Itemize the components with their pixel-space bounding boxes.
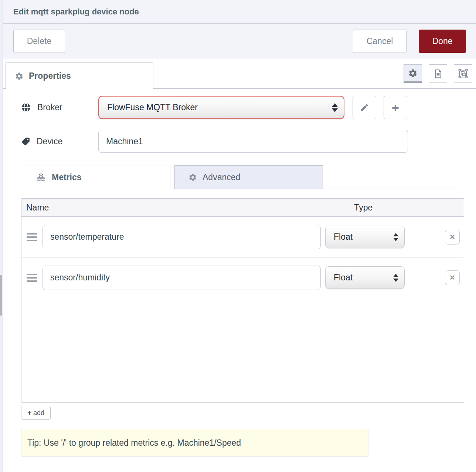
cancel-button[interactable]: Cancel [353,30,407,53]
drag-handle-icon[interactable] [27,233,37,241]
gear-icon [15,72,24,81]
select-arrows-icon [388,233,398,241]
edit-broker-button[interactable] [353,96,376,119]
edit-node-dialog: Edit mqtt sparkplug device node Delete C… [3,0,476,472]
tab-metrics-label: Metrics [52,172,82,182]
device-input[interactable] [98,130,408,153]
done-button[interactable]: Done [419,30,466,53]
gear-icon [188,173,197,182]
pencil-icon [360,103,369,112]
properties-tab-button[interactable] [404,64,422,83]
cubes-icon [36,173,46,182]
metrics-table: Name Type Float ✕ Float ✕ [21,198,464,403]
globe-icon [21,102,31,112]
metric-name-input[interactable] [42,266,321,290]
tab-properties[interactable]: Properties [6,63,153,89]
broker-label: Broker [21,102,98,112]
appearance-tab-button[interactable] [454,64,472,83]
workspace-edge [0,0,3,472]
close-icon: ✕ [449,273,455,282]
metric-type-select[interactable]: Float [325,226,405,248]
broker-select[interactable]: FlowFuse MQTT Broker [98,96,344,119]
dialog-title: Edit mqtt sparkplug device node [13,7,139,17]
broker-label-text: Broker [37,102,62,112]
tab-advanced[interactable]: Advanced [174,165,323,189]
scrollbar-thumb[interactable] [0,275,2,316]
select-arrows-icon [388,274,398,282]
device-row: Device [21,130,461,153]
tab-advanced-label: Advanced [203,172,240,182]
broker-row: Broker FlowFuse MQTT Broker + [21,96,461,119]
dialog-buttonbar: Delete Cancel Done [3,24,476,59]
remove-metric-button[interactable]: ✕ [445,230,460,245]
metric-row: Float ✕ [21,217,464,257]
editor-tab-row: Properties [3,59,476,89]
dialog-titlebar: Edit mqtt sparkplug device node [3,0,476,24]
metrics-rows: Float ✕ Float ✕ [21,217,464,298]
description-tab-button[interactable] [429,64,447,83]
metrics-table-header: Name Type [21,199,464,217]
metric-type-select[interactable]: Float [325,266,405,289]
select-arrows-icon [327,103,338,112]
tag-icon [21,137,30,146]
tab-metrics[interactable]: Metrics [22,165,170,189]
column-header-name: Name [21,203,49,213]
tip-box: Tip: Use '/' to group related metrics e.… [21,429,368,457]
device-label-text: Device [37,136,62,146]
remove-metric-button[interactable]: ✕ [445,270,460,285]
plus-icon: + [392,101,399,114]
description-icon [433,69,443,79]
plus-icon: + [27,409,31,417]
dialog-content: Broker FlowFuse MQTT Broker + Device [3,89,476,472]
settings-icon [408,68,418,78]
device-label: Device [21,136,98,146]
metric-type-value: Float [334,273,353,283]
broker-select-value: FlowFuse MQTT Broker [107,102,198,112]
drag-handle-icon[interactable] [27,274,37,282]
metric-type-value: Float [334,232,353,242]
close-icon: ✕ [449,233,455,241]
delete-button[interactable]: Delete [13,30,65,53]
appearance-icon [458,68,468,79]
add-metric-button[interactable]: + add [21,406,51,420]
editor-toolbar [404,64,472,83]
tab-properties-label: Properties [29,71,71,81]
metrics-advanced-tabs: Metrics Advanced [21,165,461,189]
add-broker-button[interactable]: + [384,96,407,119]
metric-name-input[interactable] [42,225,321,249]
metric-row: Float ✕ [21,257,464,298]
tip-text: Tip: Use '/' to group related metrics e.… [27,438,241,448]
add-metric-label: add [33,409,44,417]
column-header-type: Type [354,203,373,213]
